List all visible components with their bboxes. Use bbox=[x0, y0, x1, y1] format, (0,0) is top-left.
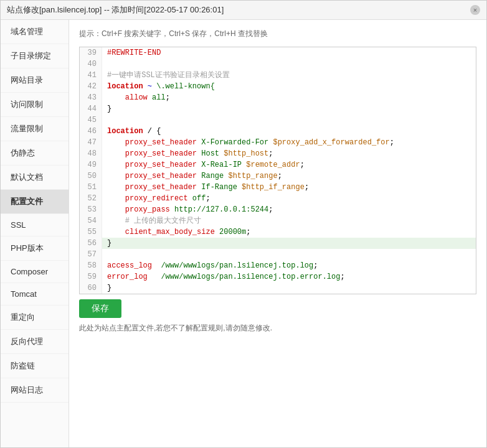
line-number: 58 bbox=[80, 260, 102, 271]
line-number: 46 bbox=[80, 126, 102, 137]
line-number: 45 bbox=[80, 114, 102, 126]
sidebar-item-SSL[interactable]: SSL bbox=[1, 214, 69, 236]
line-code: proxy_set_header Range $http_range; bbox=[102, 170, 476, 182]
line-code: client_max_body_size 20000m; bbox=[102, 226, 476, 238]
sidebar-item-访问限制[interactable]: 访问限制 bbox=[1, 93, 69, 117]
table-row: 45 bbox=[80, 114, 476, 126]
window-title: 站点修改[pan.lsilencej.top] -- 添加时间[2022-05-… bbox=[7, 4, 224, 16]
line-number: 39 bbox=[80, 47, 102, 58]
line-code: proxy_set_header X-Real-IP $remote_addr; bbox=[102, 159, 476, 170]
table-row: 44} bbox=[80, 103, 476, 114]
table-row: 54 # 上传的最大文件尺寸 bbox=[80, 215, 476, 226]
sidebar-item-PHP版本[interactable]: PHP版本 bbox=[1, 236, 69, 261]
sidebar-item-配置文件[interactable]: 配置文件 bbox=[1, 190, 69, 214]
line-number: 59 bbox=[80, 271, 102, 282]
line-code: location / { bbox=[102, 126, 476, 137]
sidebar-item-默认文档[interactable]: 默认文档 bbox=[1, 166, 69, 190]
line-code: proxy_set_header If-Range $http_if_range… bbox=[102, 182, 476, 193]
table-row: 41#一键申请SSL证书验证目录相关设置 bbox=[80, 70, 476, 81]
close-button[interactable]: × bbox=[470, 5, 480, 15]
table-row: 57 bbox=[80, 249, 476, 260]
line-number: 44 bbox=[80, 103, 102, 114]
table-row: 52 proxy_redirect off; bbox=[80, 193, 476, 204]
sidebar-item-防盗链[interactable]: 防盗链 bbox=[1, 354, 69, 378]
line-code: proxy_redirect off; bbox=[102, 193, 476, 204]
code-editor[interactable]: 39#REWRITE-END4041#一键申请SSL证书验证目录相关设置42lo… bbox=[79, 47, 476, 294]
line-number: 55 bbox=[80, 226, 102, 238]
line-number: 60 bbox=[80, 282, 102, 294]
sidebar-item-流量限制[interactable]: 流量限制 bbox=[1, 117, 69, 141]
table-row: 58access_log /www/wwwlogs/pan.lsilencej.… bbox=[80, 260, 476, 271]
table-row: 42location ~ \.well-known{ bbox=[80, 81, 476, 92]
table-row: 43 allow all; bbox=[80, 92, 476, 103]
line-code: #一键申请SSL证书验证目录相关设置 bbox=[102, 70, 476, 81]
line-number: 41 bbox=[80, 70, 102, 81]
sidebar-item-Composer[interactable]: Composer bbox=[1, 261, 69, 283]
sidebar: 域名管理子目录绑定网站目录访问限制流量限制伪静态默认文档配置文件SSLPHP版本… bbox=[1, 20, 69, 447]
line-code: } bbox=[102, 103, 476, 114]
sidebar-item-重定向[interactable]: 重定向 bbox=[1, 306, 69, 330]
sidebar-item-伪静态[interactable]: 伪静态 bbox=[1, 141, 69, 166]
line-number: 48 bbox=[80, 148, 102, 159]
table-row: 48 proxy_set_header Host $http_host; bbox=[80, 148, 476, 159]
sidebar-item-Tomcat[interactable]: Tomcat bbox=[1, 283, 69, 306]
sidebar-item-子目录绑定[interactable]: 子目录绑定 bbox=[1, 44, 69, 68]
line-code: proxy_set_header X-Forwarded-For $proxy_… bbox=[102, 137, 476, 148]
line-code: error_log /www/wwwlogs/pan.lsilencej.top… bbox=[102, 271, 476, 282]
line-number: 40 bbox=[80, 58, 102, 70]
line-number: 51 bbox=[80, 182, 102, 193]
main-layout: 域名管理子目录绑定网站目录访问限制流量限制伪静态默认文档配置文件SSLPHP版本… bbox=[1, 20, 486, 447]
save-button[interactable]: 保存 bbox=[79, 299, 121, 318]
line-number: 56 bbox=[80, 238, 102, 249]
line-number: 52 bbox=[80, 193, 102, 204]
line-number: 50 bbox=[80, 170, 102, 182]
hint-text: 提示：Ctrl+F 搜索关键字，Ctrl+S 保存，Ctrl+H 查找替换 bbox=[79, 29, 268, 38]
table-row: 50 proxy_set_header Range $http_range; bbox=[80, 170, 476, 182]
sidebar-item-网站日志[interactable]: 网站日志 bbox=[1, 378, 69, 403]
table-row: 56} bbox=[80, 238, 476, 249]
table-row: 49 proxy_set_header X-Real-IP $remote_ad… bbox=[80, 159, 476, 170]
line-code: proxy_pass http://127.0.0.1:5244; bbox=[102, 204, 476, 215]
line-number: 57 bbox=[80, 249, 102, 260]
table-row: 51 proxy_set_header If-Range $http_if_ra… bbox=[80, 182, 476, 193]
line-code: access_log /www/wwwlogs/pan.lsilencej.to… bbox=[102, 260, 476, 271]
note-text: 此处为站点主配置文件,若您不了解配置规则,请勿随意修改. bbox=[79, 323, 476, 334]
table-row: 39#REWRITE-END bbox=[80, 47, 476, 58]
line-number: 54 bbox=[80, 215, 102, 226]
main-window: 站点修改[pan.lsilencej.top] -- 添加时间[2022-05-… bbox=[0, 0, 487, 448]
line-number: 53 bbox=[80, 204, 102, 215]
table-row: 60} bbox=[80, 282, 476, 294]
line-code: } bbox=[102, 282, 476, 294]
table-row: 55 client_max_body_size 20000m; bbox=[80, 226, 476, 238]
title-bar: 站点修改[pan.lsilencej.top] -- 添加时间[2022-05-… bbox=[1, 1, 486, 20]
line-code: #REWRITE-END bbox=[102, 47, 476, 58]
sidebar-item-域名管理[interactable]: 域名管理 bbox=[1, 20, 69, 44]
line-code: # 上传的最大文件尺寸 bbox=[102, 215, 476, 226]
content-area: 提示：Ctrl+F 搜索关键字，Ctrl+S 保存，Ctrl+H 查找替换 39… bbox=[69, 20, 486, 447]
table-row: 53 proxy_pass http://127.0.0.1:5244; bbox=[80, 204, 476, 215]
sidebar-item-网站目录[interactable]: 网站目录 bbox=[1, 68, 69, 93]
line-number: 42 bbox=[80, 81, 102, 92]
line-code: proxy_set_header Host $http_host; bbox=[102, 148, 476, 159]
line-number: 43 bbox=[80, 92, 102, 103]
table-row: 40 bbox=[80, 58, 476, 70]
line-number: 47 bbox=[80, 137, 102, 148]
line-code: location ~ \.well-known{ bbox=[102, 81, 476, 92]
table-row: 47 proxy_set_header X-Forwarded-For $pro… bbox=[80, 137, 476, 148]
line-code: allow all; bbox=[102, 92, 476, 103]
table-row: 59error_log /www/wwwlogs/pan.lsilencej.t… bbox=[80, 271, 476, 282]
hint-bar: 提示：Ctrl+F 搜索关键字，Ctrl+S 保存，Ctrl+H 查找替换 bbox=[79, 26, 476, 42]
table-row: 46location / { bbox=[80, 126, 476, 137]
line-code: } bbox=[102, 238, 476, 249]
line-number: 49 bbox=[80, 159, 102, 170]
sidebar-item-反向代理[interactable]: 反向代理 bbox=[1, 330, 69, 354]
